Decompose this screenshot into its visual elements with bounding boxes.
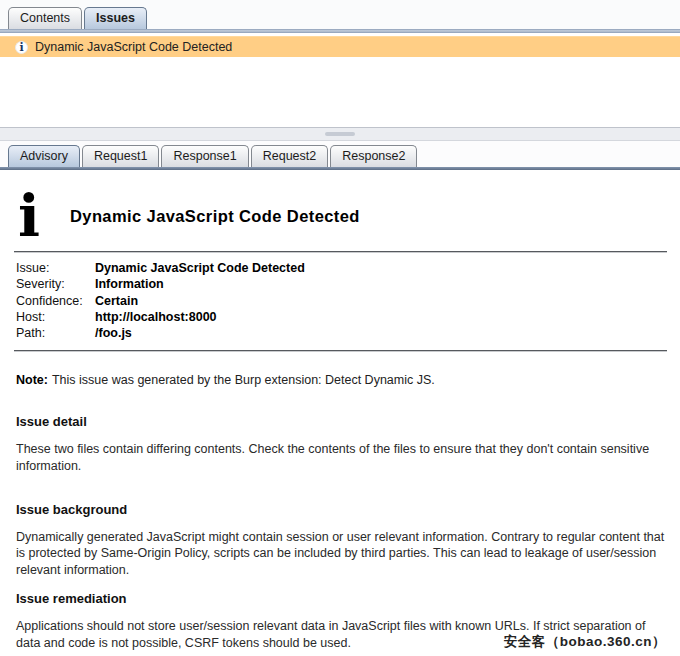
contents-issues-tabstrip: Contents Issues [0, 0, 680, 29]
issue-detail-tabstrip: Advisory Request1 Response1 Request2 Res… [0, 141, 680, 167]
watermark-text: 安全客（bobao.360.cn） [504, 633, 666, 651]
table-row: Path:/foo.js [16, 325, 680, 341]
table-row: Issue:Dynamic JavaScript Code Detected [16, 260, 680, 276]
tab-advisory[interactable]: Advisory [8, 145, 80, 167]
section-body: Dynamically generated JavaScript might c… [16, 529, 670, 579]
section-heading: Issue background [16, 502, 664, 517]
field-value: Information [95, 277, 164, 291]
information-icon: i [18, 193, 52, 239]
field-value: http://localhost:8000 [95, 310, 217, 324]
advisory-header: i Dynamic JavaScript Code Detected [18, 190, 680, 242]
tab-issues-label: Issues [96, 11, 135, 25]
section-heading: Issue detail [16, 414, 664, 429]
section-issue-detail: Issue detail These two files contain dif… [0, 414, 680, 475]
tab-advisory-label: Advisory [20, 149, 68, 163]
issue-row-label: Dynamic JavaScript Code Detected [35, 40, 232, 54]
tab-contents[interactable]: Contents [8, 7, 82, 29]
field-value: Dynamic JavaScript Code Detected [95, 261, 305, 275]
section-heading: Issue remediation [16, 591, 664, 606]
tab-contents-label: Contents [20, 11, 70, 25]
info-icon: i [15, 41, 28, 54]
field-value: /foo.js [95, 326, 132, 340]
issue-list-row[interactable]: i Dynamic JavaScript Code Detected [0, 36, 680, 57]
splitter-grip-icon [325, 132, 355, 136]
divider [14, 350, 667, 352]
note-label: Note: [16, 373, 48, 387]
extension-note: Note:This issue was generated by the Bur… [16, 372, 664, 389]
tab-request2-label: Request2 [263, 149, 317, 163]
field-label: Issue: [16, 260, 95, 276]
note-text: This issue was generated by the Burp ext… [52, 373, 435, 387]
tab-issues[interactable]: Issues [84, 7, 147, 29]
tab-request1-label: Request1 [94, 149, 148, 163]
tab-response1[interactable]: Response1 [161, 145, 248, 167]
tab-response2-label: Response2 [342, 149, 405, 163]
issues-list-empty-area [0, 57, 680, 127]
panel-splitter[interactable] [0, 127, 680, 141]
field-label: Path: [16, 325, 95, 341]
advisory-panel: i Dynamic JavaScript Code Detected Issue… [0, 190, 680, 652]
field-label: Host: [16, 309, 95, 325]
field-label: Confidence: [16, 293, 95, 309]
issue-summary-table: Issue:Dynamic JavaScript Code Detected S… [16, 260, 680, 341]
table-row: Severity:Information [16, 276, 680, 292]
advisory-title: Dynamic JavaScript Code Detected [70, 207, 360, 226]
field-value: Certain [95, 294, 138, 308]
tab-request2[interactable]: Request2 [251, 145, 329, 167]
burp-issue-window: Contents Issues i Dynamic JavaScript Cod… [0, 0, 680, 652]
table-row: Host:http://localhost:8000 [16, 309, 680, 325]
section-issue-background: Issue background Dynamically generated J… [0, 502, 680, 579]
table-row: Confidence:Certain [16, 293, 680, 309]
tab-response2[interactable]: Response2 [330, 145, 417, 167]
tab-response1-label: Response1 [173, 149, 236, 163]
field-label: Severity: [16, 276, 95, 292]
section-body: These two files contain differing conten… [16, 441, 670, 475]
tab-request1[interactable]: Request1 [82, 145, 160, 167]
divider [14, 251, 667, 253]
info-icon-glyph: i [19, 42, 23, 53]
detail-tabstrip-divider [0, 167, 680, 170]
